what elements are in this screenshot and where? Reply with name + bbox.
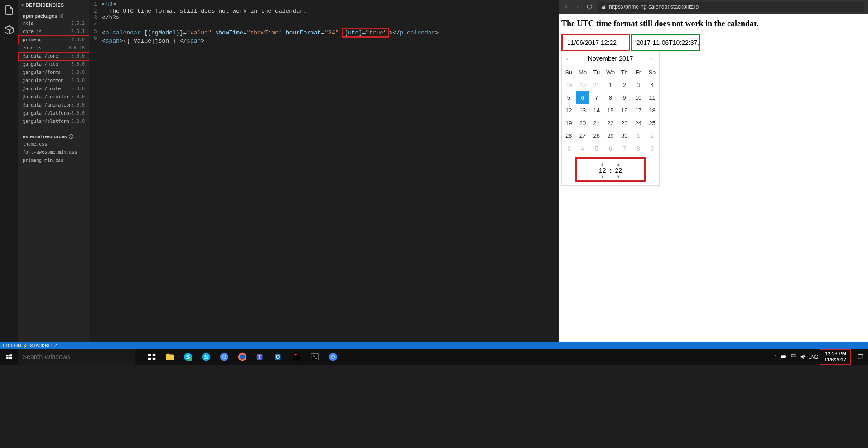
calendar-day[interactable]: 16 — [617, 104, 632, 117]
terminal-icon[interactable]: >_ — [306, 349, 323, 365]
calendar-day[interactable]: 7 — [617, 142, 632, 155]
external-resource-item[interactable]: theme.css — [18, 140, 89, 148]
calendar-day[interactable]: 3 — [632, 78, 646, 91]
stackblitz-bar[interactable]: EDIT ON ⚡ STACKBLITZ — [0, 342, 868, 349]
calendar-day[interactable]: 23 — [617, 117, 632, 129]
calendar-day[interactable]: 2 — [617, 78, 632, 91]
calendar-day[interactable]: 4 — [645, 78, 659, 91]
calendar-day[interactable]: 26 — [562, 129, 576, 142]
calendar-day[interactable]: 18 — [645, 104, 659, 117]
minute-up-icon[interactable]: ▲ — [617, 162, 621, 166]
svg-rect-1 — [153, 354, 155, 356]
hour-down-icon[interactable]: ▼ — [600, 175, 604, 179]
network-icon[interactable] — [790, 353, 797, 360]
calendar-day[interactable]: 20 — [576, 117, 590, 129]
calendar-day[interactable]: 9 — [617, 91, 632, 104]
calendar-day[interactable]: 7 — [589, 91, 603, 104]
calendar-day[interactable]: 3 — [562, 142, 576, 155]
calendar-day[interactable]: 22 — [603, 117, 617, 129]
dependency-item[interactable]: @angular/animations5.0.0 — [18, 101, 89, 109]
dependency-item[interactable]: primeng4.3.0 — [18, 36, 89, 44]
dependency-item[interactable]: @angular/http5.0.0 — [18, 60, 89, 68]
calendar-day[interactable]: 5 — [589, 142, 603, 155]
calendar-day[interactable]: 21 — [589, 117, 603, 129]
skype-business-icon[interactable]: S — [179, 349, 197, 365]
calendar-day[interactable]: 17 — [632, 104, 646, 117]
skype-icon[interactable]: S — [198, 349, 215, 365]
calendar-day[interactable]: 5 — [562, 91, 576, 104]
caret-down-icon: ▾ — [22, 3, 24, 7]
calendar-day[interactable]: 27 — [576, 129, 590, 142]
teams-icon[interactable]: T — [252, 349, 269, 365]
tray-expand-icon[interactable]: ˄ — [775, 355, 777, 360]
calendar-day[interactable]: 2 — [645, 129, 659, 142]
dependency-item[interactable]: @angular/router5.0.0 — [18, 85, 89, 93]
calendar-day[interactable]: 31 — [589, 78, 603, 91]
files-icon[interactable] — [4, 5, 14, 15]
dependency-item[interactable]: @angular/platform-browser5.0.0 — [18, 109, 89, 117]
outlook-icon[interactable]: O — [270, 349, 287, 365]
start-button[interactable] — [0, 349, 18, 365]
forward-icon[interactable] — [574, 3, 581, 10]
calendar-day[interactable]: 4 — [576, 142, 590, 155]
firefox-icon[interactable] — [234, 349, 251, 365]
calendar-day[interactable]: 13 — [576, 104, 590, 117]
info-icon[interactable]: + — [59, 14, 63, 18]
calendar-day[interactable]: 1 — [632, 129, 646, 142]
calendar-day[interactable]: 1 — [603, 78, 617, 91]
next-month-icon[interactable]: › — [650, 55, 655, 62]
external-resource-item[interactable]: primeng.min.css — [18, 156, 89, 165]
taskbar-clock[interactable]: 12:23 PM 11/6/2017 — [820, 349, 851, 365]
battery-icon[interactable] — [780, 353, 787, 360]
notifications-icon[interactable] — [853, 349, 868, 365]
calendar-day[interactable]: 11 — [645, 91, 659, 104]
date-input[interactable]: 11/06/2017 12:22 — [561, 34, 630, 51]
calendar-day[interactable]: 30 — [576, 78, 590, 91]
dependency-item[interactable]: @angular/core5.0.0 — [18, 52, 89, 60]
dependency-item[interactable]: @angular/common5.0.0 — [18, 77, 89, 85]
intellij-icon[interactable] — [288, 349, 305, 365]
calendar-day[interactable]: 14 — [589, 104, 603, 117]
calendar-day[interactable]: 28 — [589, 129, 603, 142]
calendar-day[interactable]: 29 — [603, 129, 617, 142]
calendar-day[interactable]: 6 — [576, 91, 590, 104]
calendar-day[interactable]: 10 — [632, 91, 646, 104]
calendar-day[interactable]: 9 — [645, 142, 659, 155]
reload-icon[interactable] — [586, 3, 593, 10]
hour-up-icon[interactable]: ▲ — [600, 162, 604, 166]
chrome-icon-2[interactable] — [324, 349, 342, 365]
calendar-day[interactable]: 8 — [632, 142, 646, 155]
sidebar-header[interactable]: ▾ DEPENDENCIES — [18, 0, 89, 10]
chrome-icon[interactable] — [216, 349, 233, 365]
file-explorer-icon[interactable] — [161, 349, 178, 365]
dependencies-sidebar: ▾ DEPENDENCIES npm packages + rxjs5.5.2c… — [18, 0, 89, 342]
volume-icon[interactable] — [800, 353, 807, 360]
package-icon[interactable] — [4, 24, 14, 35]
search-input[interactable] — [18, 349, 135, 365]
dependency-item[interactable]: zone.js0.8.18 — [18, 44, 89, 52]
prev-month-icon[interactable]: ‹ — [566, 55, 571, 62]
calendar-day[interactable]: 24 — [632, 117, 646, 129]
minute-down-icon[interactable]: ▼ — [617, 175, 621, 179]
info-icon[interactable]: i — [69, 134, 73, 139]
url-bar[interactable]: https://prime-ng-calendar.stackblitz.io — [598, 2, 864, 12]
calendar-day[interactable]: 30 — [617, 129, 632, 142]
dependency-item[interactable]: @angular/forms5.0.0 — [18, 68, 89, 77]
code-content[interactable]: <h3> The UTC time format still does not … — [102, 1, 439, 342]
language-indicator[interactable]: ENG — [810, 353, 817, 360]
dependency-item[interactable]: @angular/platform-browser-dynamic5.0.0 — [18, 117, 89, 126]
code-editor[interactable]: 123456 <h3> The UTC time format still do… — [89, 0, 559, 342]
calendar-day[interactable]: 15 — [603, 104, 617, 117]
calendar-day[interactable]: 29 — [562, 78, 576, 91]
calendar-day[interactable]: 19 — [562, 117, 576, 129]
calendar-day[interactable]: 8 — [603, 91, 617, 104]
dependency-item[interactable]: core-js2.5.1 — [18, 28, 89, 36]
dependency-item[interactable]: rxjs5.5.2 — [18, 19, 89, 28]
back-icon[interactable] — [562, 3, 569, 10]
calendar-day[interactable]: 12 — [562, 104, 576, 117]
task-view-icon[interactable] — [143, 349, 160, 365]
dependency-item[interactable]: @angular/compiler5.0.0 — [18, 93, 89, 101]
calendar-day[interactable]: 6 — [603, 142, 617, 155]
external-resource-item[interactable]: font-awesome.min.css — [18, 148, 89, 156]
calendar-day[interactable]: 25 — [645, 117, 659, 129]
